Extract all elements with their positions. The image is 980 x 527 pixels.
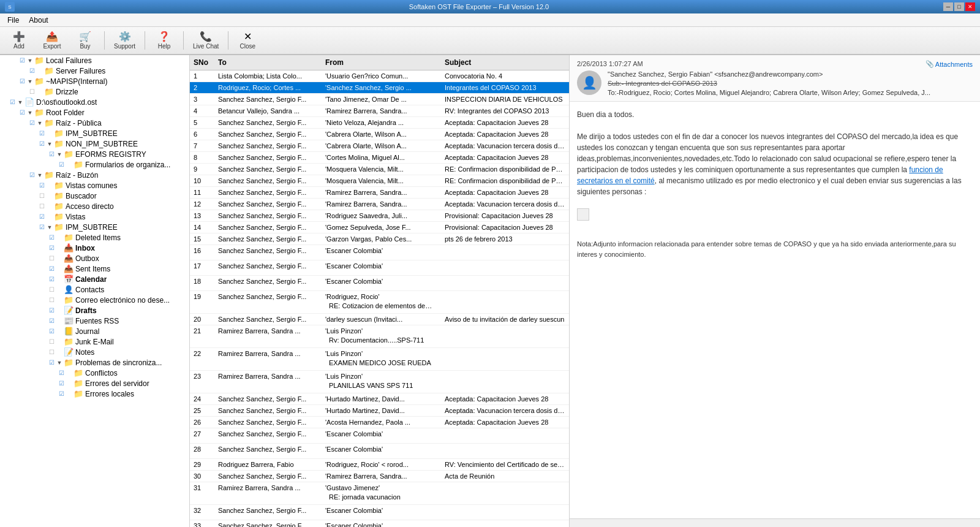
table-row[interactable]: 25 Sanchez Sanchez, Sergio F... 'Hurtado…: [190, 405, 569, 417]
table-row[interactable]: 16 Sanchez Sanchez, Sergio F... 'Escaner…: [190, 245, 569, 260]
table-row[interactable]: 26 Sanchez Sanchez, Sergio F... 'Acosta …: [190, 417, 569, 428]
table-row[interactable]: 6 Sanchez Sanchez, Sergio F... 'Cabrera …: [190, 129, 569, 140]
table-row[interactable]: 14 Sanchez Sanchez, Sergio F... 'Gomez S…: [190, 222, 569, 233]
table-row[interactable]: 21 Ramirez Barrera, Sandra ... 'Luis Pin…: [190, 325, 569, 348]
sidebar-item-drafts[interactable]: ☑📝Drafts: [0, 305, 189, 316]
table-row[interactable]: 23 Ramirez Barrera, Sandra ... 'Luis Pin…: [190, 371, 569, 393]
folder-icon: 📁: [54, 139, 64, 148]
sidebar-item-calendar[interactable]: ☑📅Calendar: [0, 274, 189, 284]
tree-toggle[interactable]: ▼: [45, 140, 54, 148]
table-row[interactable]: 29 Rodriguez Barrera, Fabio 'Rodriguez, …: [190, 459, 569, 471]
sidebar-item-ipm-subtree2[interactable]: ☑▼📁IPM_SUBTREE: [0, 222, 189, 232]
cell-from: 'Gomez Sepulveda, Jose F...: [322, 222, 441, 233]
sidebar-item-raiz-buzon[interactable]: ☑▼📁Raíz - Buzón: [0, 170, 189, 180]
sidebar-item-local-failures[interactable]: ☑▼📁Local Failures: [0, 55, 189, 66]
table-row[interactable]: 5 Sanchez Sanchez, Sergio F... 'Nieto Ve…: [190, 117, 569, 129]
support-button[interactable]: ⚙️ Support: [108, 29, 141, 52]
sidebar-item-root-folder[interactable]: ☑▼📁Root Folder: [0, 107, 189, 118]
table-row[interactable]: 31 Ramirez Barrera, Sandra ... 'Gustavo …: [190, 482, 569, 505]
sidebar-item-mapisp[interactable]: ☑▼📁~MAPISP(Internal): [0, 76, 189, 86]
tree-toggle[interactable]: ▼: [36, 171, 44, 180]
checkbox-checked-icon: ☑: [49, 276, 55, 282]
table-row[interactable]: 22 Ramirez Barrera, Sandra ... 'Luis Pin…: [190, 348, 569, 371]
sidebar-item-fuentes-rss[interactable]: ☑📰Fuentes RSS: [0, 316, 189, 326]
close-window-button[interactable]: ✕: [965, 2, 975, 11]
table-row[interactable]: 12 Sanchez Sanchez, Sergio F... 'Ramirez…: [190, 199, 569, 210]
add-button[interactable]: ➕ Add: [4, 29, 34, 52]
sidebar-item-eforms-registry[interactable]: ☑▼📁EFORMS REGISTRY: [0, 149, 189, 159]
sidebar-item-notes[interactable]: ☐📝Notes: [0, 347, 189, 357]
table-row[interactable]: 4 Betancur Vallejo, Sandra ... 'Ramirez …: [190, 105, 569, 117]
menu-about[interactable]: About: [24, 15, 53, 26]
sidebar-item-sent-items[interactable]: ☑📤Sent Items: [0, 264, 189, 274]
cell-subject: Integrantes del COPASO 2013: [441, 82, 569, 93]
help-button[interactable]: ❓ Help: [149, 29, 179, 52]
sidebar-item-drizzle[interactable]: ☐📁Drizzle: [0, 86, 189, 97]
sidebar-item-ipm-subtree[interactable]: ☑📁IPM_SUBTREE: [0, 128, 189, 138]
table-row[interactable]: 28 Sanchez Sanchez, Sergio F... 'Escaner…: [190, 444, 569, 459]
tree-toggle[interactable]: ▼: [36, 119, 44, 127]
table-row[interactable]: 3 Sanchez Sanchez, Sergio F... 'Tano Jim…: [190, 94, 569, 105]
cell-sno: 25: [190, 405, 214, 416]
table-row[interactable]: 20 Sanchez Sanchez, Sergio F... 'darley …: [190, 314, 569, 325]
sidebar-item-formularios[interactable]: ☑📁Formularios de organiza...: [0, 159, 189, 170]
minimize-button[interactable]: ─: [943, 2, 953, 11]
cell-to: Sanchez Sanchez, Sergio F...: [214, 164, 322, 175]
sidebar-item-vistas-comunes[interactable]: ☑📁Vistas comunes: [0, 180, 189, 191]
tree-toggle[interactable]: ▼: [26, 108, 34, 117]
sidebar-item-outbox[interactable]: ☐📤Outbox: [0, 253, 189, 264]
sidebar-item-journal[interactable]: ☑📒Journal: [0, 326, 189, 336]
table-row[interactable]: 2 Rodriguez, Rocio; Cortes ... 'Sanchez …: [190, 82, 569, 94]
table-row[interactable]: 9 Sanchez Sanchez, Sergio F... 'Mosquera…: [190, 164, 569, 175]
close-button[interactable]: ✕ Close: [232, 29, 263, 52]
sidebar-item-raiz-publica[interactable]: ☑▼📁Raíz - Pública: [0, 118, 189, 128]
preview-scrollbar-x[interactable]: [570, 518, 980, 527]
sidebar-item-deleted-items[interactable]: ☑📁Deleted Items: [0, 232, 189, 243]
tree-toggle[interactable]: ▼: [16, 98, 24, 107]
table-row[interactable]: 17 Sanchez Sanchez, Sergio F... 'Escaner…: [190, 260, 569, 276]
sidebar-item-server-failures[interactable]: ☑📁Server Failures: [0, 66, 189, 76]
copaso-link[interactable]: funcion de secretarios en el comité: [577, 165, 943, 185]
sidebar-item-non-ipm-subtree[interactable]: ☑▼📁NON_IPM_SUBTREE: [0, 138, 189, 149]
app-icon: S: [5, 2, 15, 12]
sidebar-item-buscador[interactable]: ☐📁Buscador: [0, 191, 189, 201]
sidebar-item-conflictos[interactable]: ☑📁Conflictos: [0, 368, 189, 378]
table-row[interactable]: 10 Sanchez Sanchez, Sergio F... 'Mosquer…: [190, 175, 569, 187]
sidebar-item-junk-email[interactable]: ☐📁Junk E-Mail: [0, 336, 189, 347]
sidebar-item-problemas[interactable]: ☑▼📁Problemas de sincroniza...: [0, 357, 189, 368]
table-row[interactable]: 27 Sanchez Sanchez, Sergio F... 'Escaner…: [190, 428, 569, 444]
menu-file[interactable]: File: [2, 15, 24, 26]
sidebar-item-acceso-directo[interactable]: ☐📁Acceso directo: [0, 201, 189, 211]
table-row[interactable]: 13 Sanchez Sanchez, Sergio F... 'Rodrigu…: [190, 210, 569, 222]
maximize-button[interactable]: □: [954, 2, 964, 11]
buy-button[interactable]: 🛒 Buy: [70, 29, 100, 52]
sidebar-item-vistas[interactable]: ☑📁Vistas: [0, 211, 189, 222]
table-row[interactable]: 33 Sanchez Sanchez, Sergio F... 'Escaner…: [190, 520, 569, 527]
tree-toggle[interactable]: ▼: [55, 150, 64, 159]
cell-subject: PLANILLAS VANS SPS 711: [325, 380, 437, 391]
table-row[interactable]: 11 Sanchez Sanchez, Sergio F... 'Ramirez…: [190, 187, 569, 199]
folder-icon: 👤: [64, 285, 74, 294]
sidebar-item-contacts[interactable]: ☐👤Contacts: [0, 284, 189, 295]
table-row[interactable]: 19 Sanchez Sanchez, Sergio F... 'Rodrigu…: [190, 291, 569, 314]
export-button[interactable]: 📤 Export: [37, 29, 67, 52]
table-row[interactable]: 1 Lista Colombia; Lista Colo... 'Usuario…: [190, 70, 569, 82]
sidebar-item-errores-locales[interactable]: ☑📁Errores locales: [0, 389, 189, 399]
attachments-link[interactable]: 📎 Attachments: [925, 60, 973, 68]
sidebar-item-ost-file[interactable]: ☑▼📄D:\ost\outlookd.ost: [0, 97, 189, 107]
table-row[interactable]: 24 Sanchez Sanchez, Sergio F... 'Hurtado…: [190, 393, 569, 405]
table-row[interactable]: 7 Sanchez Sanchez, Sergio F... 'Cabrera …: [190, 140, 569, 152]
table-row[interactable]: 32 Sanchez Sanchez, Sergio F... 'Escaner…: [190, 505, 569, 520]
table-row[interactable]: 8 Sanchez Sanchez, Sergio F... 'Cortes M…: [190, 152, 569, 164]
tree-toggle[interactable]: ▼: [26, 56, 34, 65]
livechat-button[interactable]: 📞 Live Chat: [187, 29, 224, 52]
tree-toggle[interactable]: ▼: [26, 77, 34, 86]
sidebar-item-correo[interactable]: ☐📁Correo electrónico no dese...: [0, 295, 189, 305]
table-row[interactable]: 30 Sanchez Sanchez, Sergio F... 'Ramirez…: [190, 471, 569, 482]
table-row[interactable]: 18 Sanchez Sanchez, Sergio F... 'Escaner…: [190, 276, 569, 291]
tree-toggle[interactable]: ▼: [55, 358, 64, 367]
sidebar-item-errores-servidor[interactable]: ☑📁Errores del servidor: [0, 378, 189, 389]
tree-toggle[interactable]: ▼: [45, 223, 54, 232]
sidebar-item-inbox[interactable]: ☑📥Inbox: [0, 243, 189, 253]
table-row[interactable]: 15 Sanchez Sanchez, Sergio F... 'Garzon …: [190, 233, 569, 245]
